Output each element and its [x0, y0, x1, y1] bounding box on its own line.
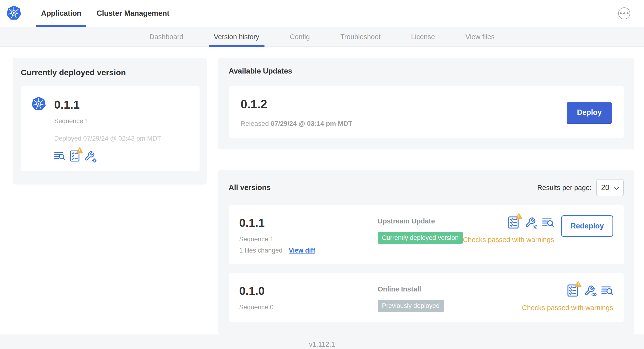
chevron-down-icon	[614, 183, 619, 192]
warning-triangle-icon	[515, 213, 522, 220]
results-per-page-select[interactable]: 20	[596, 179, 624, 196]
tab-application-label: Application	[41, 9, 82, 18]
preflight-status: Checks passed with warnings	[463, 236, 554, 244]
tab-dashboard[interactable]: Dashboard	[150, 27, 183, 46]
row-icons	[568, 284, 613, 297]
release-notes-icon[interactable]	[601, 286, 613, 296]
ellipsis-dot	[620, 12, 622, 14]
row-version: 0.1.0	[239, 284, 378, 298]
tab-application[interactable]: Application	[34, 0, 89, 27]
all-versions-panel: All versions Results per page: 20 0.1.1 …	[218, 170, 634, 334]
eye-icon	[591, 292, 598, 296]
version-row: 0.1.0 Sequence 0 Online Install Previous…	[229, 273, 624, 322]
tab-cluster-management-label: Cluster Management	[97, 9, 170, 18]
version-row: 0.1.1 Sequence 1 1 files changed View di…	[229, 205, 624, 264]
status-badge: Currently deployed version	[378, 232, 463, 244]
deployed-info: 0.1.1 Sequence 1 Deployed 07/29/24 @ 02:…	[54, 97, 161, 162]
tab-version-history-label: Version history	[214, 33, 259, 41]
results-per-page-label: Results per page:	[537, 184, 592, 192]
tab-view-files-label: View files	[466, 33, 494, 41]
warning-triangle-icon	[76, 147, 83, 154]
gear-icon	[533, 224, 538, 230]
available-updates-title: Available Updates	[229, 67, 624, 76]
row-source: Upstream Update	[378, 217, 463, 225]
view-diff-link[interactable]: View diff	[289, 247, 315, 254]
row-icons-column: Checks passed with warnings	[522, 284, 613, 312]
right-column: Available Updates 0.1.2 Released 07/29/2…	[218, 58, 634, 334]
preflight-status: Checks passed with warnings	[522, 304, 613, 312]
all-versions-title: All versions	[229, 183, 271, 192]
update-info: 0.1.2 Released 07/29/24 @ 03:14 pm MDT	[240, 98, 352, 128]
deployed-icons	[54, 150, 161, 162]
release-notes-icon[interactable]	[542, 218, 554, 228]
tab-troubleshoot[interactable]: Troubleshoot	[340, 27, 380, 46]
wrench-eye-icon[interactable]	[584, 285, 595, 296]
redeploy-button[interactable]: Redeploy	[561, 215, 613, 237]
wrench-gear-icon[interactable]	[84, 151, 95, 161]
deployed-version: 0.1.1	[54, 98, 161, 111]
app-subnav: Dashboard Version history Config Trouble…	[0, 27, 644, 47]
deployed-timestamp: Deployed 07/29/24 @ 02:43 pm MDT	[54, 135, 161, 142]
version-row-right: Checks passed with warnings Redeploy	[463, 216, 613, 244]
header-spacer	[177, 0, 618, 27]
all-versions-header: All versions Results per page: 20	[229, 179, 624, 196]
row-version: 0.1.1	[239, 216, 378, 230]
results-per-page-value: 20	[601, 183, 609, 192]
version-row-middle: Online Install Previously deployed	[378, 284, 522, 312]
tab-cluster-management[interactable]: Cluster Management	[89, 0, 177, 27]
tab-troubleshoot-label: Troubleshoot	[340, 33, 380, 41]
row-sequence: Sequence 0	[239, 304, 378, 311]
ellipsis-dot	[626, 12, 628, 14]
version-row-left: 0.1.1 Sequence 1 1 files changed View di…	[239, 216, 378, 254]
header-tabs: Application Cluster Management	[34, 0, 177, 27]
ellipsis-icon[interactable]	[618, 8, 630, 19]
available-update-card: 0.1.2 Released 07/29/24 @ 03:14 pm MDT D…	[229, 86, 624, 138]
currently-deployed-title: Currently deployed version	[21, 68, 200, 77]
row-icons	[508, 216, 554, 229]
kubernetes-logo	[6, 6, 22, 21]
deployed-sequence: Sequence 1	[54, 118, 161, 125]
released-label: Released	[240, 120, 269, 127]
currently-deployed-card: 0.1.1 Sequence 1 Deployed 07/29/24 @ 02:…	[21, 86, 200, 171]
console-version: v1.112.1	[309, 340, 335, 348]
tab-config[interactable]: Config	[290, 27, 310, 46]
kubernetes-logo	[31, 97, 46, 112]
preflight-checklist-icon[interactable]	[568, 284, 578, 297]
tab-config-label: Config	[290, 33, 310, 41]
preflight-checklist-icon[interactable]	[508, 216, 519, 229]
main-content: Currently deployed version	[0, 47, 644, 334]
preflight-checklist-icon[interactable]	[70, 150, 80, 162]
version-row-middle: Upstream Update Currently deployed versi…	[378, 216, 463, 244]
version-row-right: Checks passed with warnings	[522, 284, 613, 312]
tab-view-files[interactable]: View files	[466, 27, 494, 46]
row-sequence: Sequence 1	[239, 236, 378, 243]
available-updates-panel: Available Updates 0.1.2 Released 07/29/2…	[218, 58, 634, 150]
results-per-page: Results per page: 20	[537, 179, 624, 196]
released-timestamp: 07/29/24 @ 03:14 pm MDT	[271, 120, 352, 127]
ellipsis-dot	[623, 12, 625, 14]
currently-deployed-panel: Currently deployed version	[13, 58, 207, 184]
warning-triangle-icon	[574, 281, 582, 288]
release-notes-icon[interactable]	[54, 152, 65, 161]
status-badge: Previously deployed	[378, 300, 444, 312]
tab-license[interactable]: License	[411, 27, 435, 46]
gear-icon	[92, 158, 97, 163]
tab-dashboard-label: Dashboard	[150, 33, 183, 41]
tab-version-history[interactable]: Version history	[214, 27, 259, 46]
update-released: Released 07/29/24 @ 03:14 pm MDT	[240, 120, 352, 128]
version-row-left: 0.1.0 Sequence 0	[239, 284, 378, 311]
row-files: 1 files changed View diff	[239, 247, 378, 254]
page-footer: v1.112.1	[0, 334, 644, 349]
update-version: 0.1.2	[240, 98, 352, 111]
files-changed-label: 1 files changed	[239, 247, 282, 254]
top-header: Application Cluster Management	[0, 0, 644, 27]
wrench-gear-icon[interactable]	[525, 217, 536, 228]
row-icons-column: Checks passed with warnings	[463, 216, 554, 244]
row-source: Online Install	[378, 285, 522, 293]
deploy-button[interactable]: Deploy	[567, 102, 612, 123]
tab-license-label: License	[411, 33, 435, 41]
